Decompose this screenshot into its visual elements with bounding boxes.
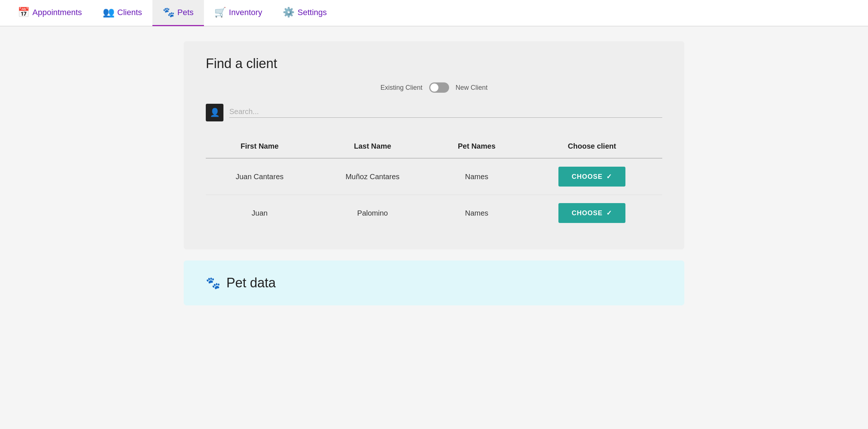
search-input-wrap <box>229 107 662 118</box>
table-row: Juan Cantares Muñoz Cantares Names CHOOS… <box>206 158 662 195</box>
paw-icon: 🐾 <box>206 276 220 290</box>
main-container: Find a client Existing Client New Client… <box>176 41 692 305</box>
pet-data-card: 🐾 Pet data <box>184 260 684 305</box>
search-row: 👤 <box>206 104 662 121</box>
person-rolodex-icon: 👤 <box>210 108 220 117</box>
find-client-card: Find a client Existing Client New Client… <box>184 41 684 249</box>
cell-choose-1: CHOOSE ✓ <box>522 158 662 195</box>
cell-first-name-1: Juan Cantares <box>206 158 313 195</box>
col-first-name: First Name <box>206 136 313 158</box>
cell-last-name-1: Muñoz Cantares <box>313 158 431 195</box>
cell-last-name-2: Palomino <box>313 195 431 231</box>
nav-label-inventory: Inventory <box>229 8 262 17</box>
table-header: First Name Last Name Pet Names Choose cl… <box>206 136 662 158</box>
appointments-icon: 📅 <box>18 7 29 18</box>
inventory-icon: 🛒 <box>214 7 226 18</box>
pet-data-label: Pet data <box>226 275 276 291</box>
existing-client-label: Existing Client <box>380 84 422 92</box>
client-table: First Name Last Name Pet Names Choose cl… <box>206 136 662 231</box>
choose-label-2: CHOOSE <box>572 209 603 217</box>
nav-label-appointments: Appointments <box>32 8 82 17</box>
nav-item-appointments[interactable]: 📅 Appointments <box>7 0 92 26</box>
find-client-title: Find a client <box>206 56 662 71</box>
checkmark-icon-2: ✓ <box>606 209 612 217</box>
col-pet-names: Pet Names <box>432 136 522 158</box>
settings-icon: ⚙️ <box>283 7 294 18</box>
nav-item-inventory[interactable]: 🛒 Inventory <box>204 0 273 26</box>
choose-button-2[interactable]: CHOOSE ✓ <box>558 203 625 223</box>
nav-item-settings[interactable]: ⚙️ Settings <box>272 0 337 26</box>
table-header-row: First Name Last Name Pet Names Choose cl… <box>206 136 662 158</box>
nav-label-pets: Pets <box>177 8 194 17</box>
nav-label-settings: Settings <box>297 8 327 17</box>
checkmark-icon-1: ✓ <box>606 173 612 181</box>
nav-item-pets[interactable]: 🐾 Pets <box>152 0 204 26</box>
cell-first-name-2: Juan <box>206 195 313 231</box>
search-icon-box: 👤 <box>206 104 223 121</box>
main-nav: 📅 Appointments 👥 Clients 🐾 Pets 🛒 Invent… <box>0 0 868 26</box>
cell-pet-names-1: Names <box>432 158 522 195</box>
choose-label-1: CHOOSE <box>572 173 603 181</box>
cell-pet-names-2: Names <box>432 195 522 231</box>
new-client-label: New Client <box>456 84 488 92</box>
choose-button-1[interactable]: CHOOSE ✓ <box>558 167 625 187</box>
col-choose-client: Choose client <box>522 136 662 158</box>
col-last-name: Last Name <box>313 136 431 158</box>
nav-label-clients: Clients <box>117 8 142 17</box>
nav-item-clients[interactable]: 👥 Clients <box>92 0 152 26</box>
pets-icon: 🐾 <box>163 7 174 18</box>
table-body: Juan Cantares Muñoz Cantares Names CHOOS… <box>206 158 662 231</box>
toggle-slider <box>429 82 449 93</box>
clients-icon: 👥 <box>103 7 114 18</box>
search-input[interactable] <box>229 107 662 116</box>
cell-choose-2: CHOOSE ✓ <box>522 195 662 231</box>
client-type-toggle-row: Existing Client New Client <box>206 82 662 93</box>
pet-data-title: 🐾 Pet data <box>206 275 662 291</box>
table-row: Juan Palomino Names CHOOSE ✓ <box>206 195 662 231</box>
client-type-toggle[interactable] <box>429 82 449 93</box>
